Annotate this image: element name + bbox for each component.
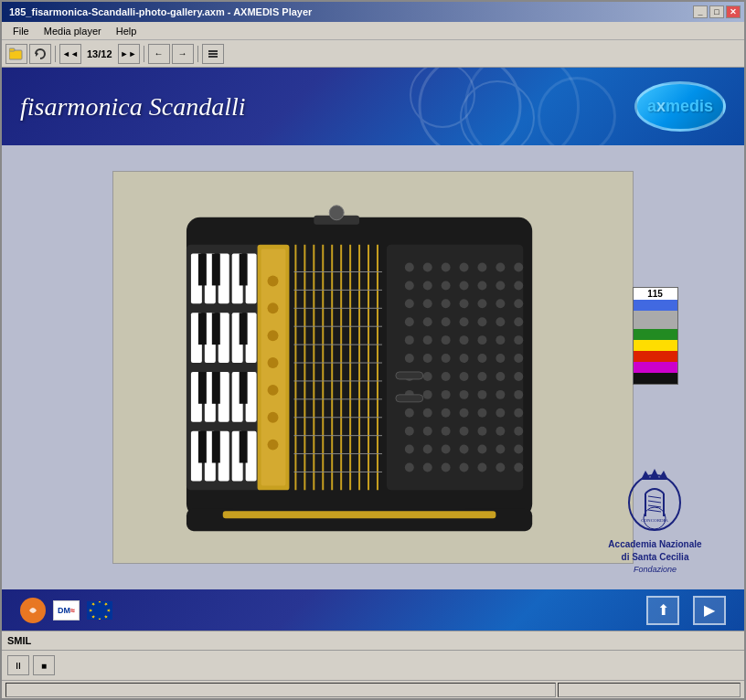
svg-point-77	[405, 263, 414, 272]
svg-point-87	[460, 281, 469, 290]
footer-bar: DM ≈	[2, 589, 744, 631]
svg-point-158	[477, 463, 486, 472]
svg-point-166	[329, 206, 344, 220]
stop-button[interactable]: ■	[33, 655, 55, 675]
svg-point-150	[460, 445, 469, 454]
svg-point-110	[496, 335, 505, 345]
svg-rect-161	[396, 372, 423, 379]
svg-point-81	[477, 263, 486, 272]
svg-point-145	[496, 427, 505, 436]
svg-point-7	[461, 81, 534, 145]
playback-bar: ⏸ ■	[2, 651, 744, 680]
svg-text:CONCORDIA: CONCORDIA	[642, 518, 669, 523]
forward-button[interactable]: →	[172, 44, 194, 64]
svg-line-171	[648, 510, 661, 512]
svg-rect-5	[208, 56, 218, 58]
svg-rect-17	[198, 254, 207, 286]
svg-rect-164	[223, 511, 496, 518]
player-area: fisarmonica Scandalli axmedis	[2, 68, 744, 631]
maximize-button[interactable]: □	[709, 5, 724, 18]
svg-point-160	[514, 463, 523, 472]
svg-point-138	[496, 408, 505, 418]
menu-media-player[interactable]: Media player	[37, 24, 109, 38]
svg-line-168	[648, 496, 661, 498]
svg-point-106	[423, 335, 432, 345]
color-bar-blue	[634, 300, 677, 311]
status-main	[5, 683, 556, 697]
color-bar-red	[634, 351, 677, 362]
svg-point-153	[514, 445, 523, 454]
status-bar	[2, 680, 744, 698]
svg-point-82	[496, 263, 505, 272]
prev-prev-button[interactable]: ◄◄	[59, 44, 81, 64]
home-nav-button[interactable]: ⬆	[646, 596, 679, 625]
smil-label: SMIL	[7, 635, 31, 646]
svg-point-133	[405, 408, 414, 418]
toolbar-refresh-button[interactable]	[29, 44, 51, 64]
svg-point-103	[496, 317, 505, 326]
toolbar-open-button[interactable]	[5, 44, 27, 64]
toolbar-separator-3	[197, 46, 198, 62]
menu-bar: File Media player Help	[2, 22, 744, 40]
svg-point-78	[423, 263, 432, 272]
svg-rect-34	[198, 372, 207, 404]
academy-name-line3: Fondazione	[608, 564, 701, 576]
eu-flag-logo	[87, 601, 112, 620]
content-area: fisarmonica Scandalli axmedis	[2, 68, 744, 698]
svg-point-107	[442, 335, 451, 345]
color-bar-yellow	[634, 340, 677, 351]
svg-rect-162	[396, 395, 423, 402]
window-title: 185_fisarmonica-Scandalli-photo-gallery.…	[5, 6, 312, 17]
svg-point-144	[477, 427, 486, 436]
next-next-button[interactable]: ►►	[118, 44, 140, 64]
svg-point-137	[477, 408, 486, 418]
svg-point-89	[496, 281, 505, 290]
svg-point-136	[460, 408, 469, 418]
svg-point-115	[460, 354, 469, 363]
svg-point-48	[268, 302, 279, 313]
header-title: fisarmonica Scandalli	[20, 92, 246, 122]
back-button[interactable]: ←	[148, 44, 170, 64]
svg-rect-3	[208, 50, 218, 52]
svg-rect-27	[212, 313, 220, 345]
svg-point-135	[442, 408, 451, 418]
play-nav-button[interactable]: ▶	[693, 596, 726, 625]
academy-name-line2: di Santa Cecilia	[608, 551, 701, 564]
svg-point-51	[268, 385, 279, 396]
svg-point-50	[268, 357, 279, 368]
svg-point-155	[423, 463, 432, 472]
svg-point-159	[496, 463, 505, 472]
svg-point-95	[477, 299, 486, 308]
svg-point-47	[268, 275, 279, 286]
close-button[interactable]: ✕	[726, 5, 741, 18]
extra-button[interactable]	[202, 44, 224, 64]
svg-rect-20	[240, 254, 248, 286]
svg-point-79	[442, 263, 451, 272]
svg-point-134	[423, 408, 432, 418]
svg-rect-44	[240, 431, 248, 463]
svg-point-52	[268, 412, 279, 423]
svg-point-80	[460, 263, 469, 272]
pause-button[interactable]: ⏸	[7, 655, 29, 675]
minimize-button[interactable]: _	[693, 5, 708, 18]
academy-name-line1: Accademia Nazionale	[608, 538, 701, 551]
accordion-svg	[113, 172, 633, 563]
svg-point-99	[423, 317, 432, 326]
menu-help[interactable]: Help	[109, 24, 144, 38]
svg-point-112	[405, 354, 414, 363]
svg-rect-26	[198, 313, 207, 345]
status-secondary	[558, 683, 741, 697]
svg-point-109	[477, 335, 486, 345]
svg-point-100	[442, 317, 451, 326]
svg-point-98	[405, 317, 414, 326]
svg-point-97	[514, 299, 523, 308]
svg-point-101	[460, 317, 469, 326]
menu-file[interactable]: File	[5, 24, 37, 38]
brand-icon	[24, 601, 42, 620]
svg-marker-2	[36, 51, 38, 57]
logo-orange	[20, 599, 46, 622]
svg-point-92	[423, 299, 432, 308]
color-bar-green	[634, 329, 677, 340]
svg-point-84	[405, 281, 414, 290]
logo-text: axmedis	[647, 97, 713, 116]
